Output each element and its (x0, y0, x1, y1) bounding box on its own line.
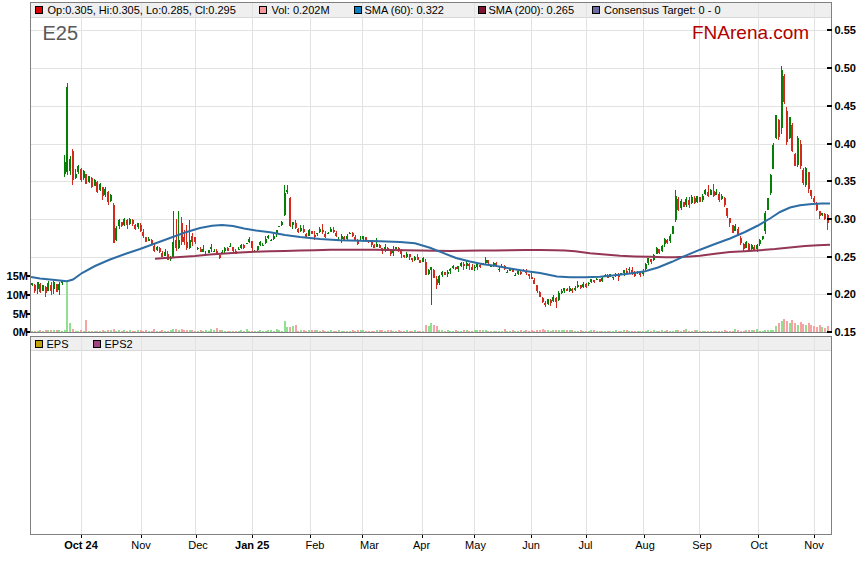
svg-text:Jun: Jun (522, 539, 540, 551)
svg-text:EPS: EPS (47, 338, 69, 350)
svg-text:15M: 15M (7, 270, 28, 282)
svg-text:0.50: 0.50 (835, 62, 856, 74)
svg-text:Sep: Sep (692, 539, 712, 551)
svg-text:0.25: 0.25 (835, 251, 856, 263)
svg-text:0M: 0M (13, 326, 28, 338)
svg-text:E25: E25 (43, 22, 79, 44)
svg-text:0.15: 0.15 (835, 326, 856, 338)
svg-text:FNArena.com: FNArena.com (692, 22, 809, 43)
svg-text:Nov: Nov (131, 539, 151, 551)
svg-text:0.40: 0.40 (835, 138, 856, 150)
svg-text:0.30: 0.30 (835, 213, 856, 225)
svg-text:10M: 10M (7, 289, 28, 301)
svg-text:0.55: 0.55 (835, 24, 856, 36)
svg-text:0.45: 0.45 (835, 100, 856, 112)
svg-text:SMA (200): 0.265: SMA (200): 0.265 (489, 4, 575, 16)
svg-text:SMA (60): 0.322: SMA (60): 0.322 (365, 4, 445, 16)
svg-text:Apr: Apr (413, 539, 430, 551)
svg-text:EPS2: EPS2 (105, 338, 133, 350)
svg-text:Oct: Oct (750, 539, 767, 551)
svg-text:May: May (465, 539, 486, 551)
svg-text:0.20: 0.20 (835, 288, 856, 300)
svg-text:Jan 25: Jan 25 (235, 539, 269, 551)
svg-text:Jul: Jul (578, 539, 592, 551)
svg-text:Feb: Feb (306, 539, 325, 551)
svg-text:Nov: Nov (804, 539, 824, 551)
svg-text:5M: 5M (13, 308, 28, 320)
svg-text:Vol: 0.202M: Vol: 0.202M (272, 4, 330, 16)
svg-text:Dec: Dec (188, 539, 208, 551)
svg-text:Consensus Target: 0 - 0: Consensus Target: 0 - 0 (604, 4, 721, 16)
svg-text:Aug: Aug (635, 539, 655, 551)
svg-text:Mar: Mar (360, 539, 379, 551)
svg-text:0.35: 0.35 (835, 175, 856, 187)
svg-text:Op:0.305, Hi:0.305, Lo:0.285,: Op:0.305, Hi:0.305, Lo:0.285, Cl:0.295 (48, 4, 236, 16)
svg-text:Oct 24: Oct 24 (64, 539, 99, 551)
